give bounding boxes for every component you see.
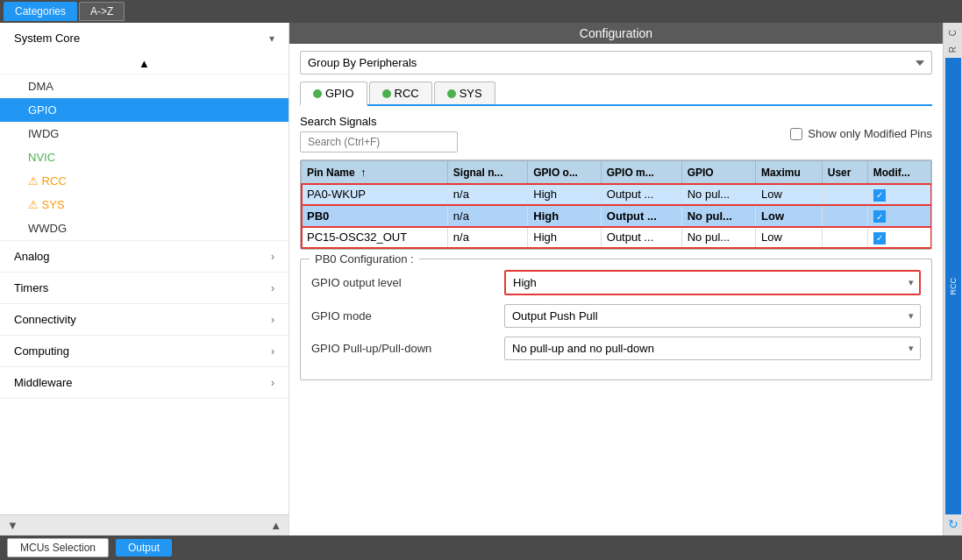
cell-signal: n/a [447,184,527,206]
cell-pin-name: PA0-WKUP [302,184,448,206]
sidebar-item-rcc[interactable]: ⚠ RCC [0,169,289,193]
gpio-mode-select[interactable]: Output Push Pull Output Open Drain [504,304,921,328]
cell-pin-name: PC15-OSC32_OUT [302,227,448,249]
tab-label-rcc: RCC [395,87,419,100]
tab-dot-sys [447,89,456,98]
up-arrow-icon: ▲ [139,57,150,70]
search-label: Search Signals [300,115,458,128]
cell-gpio-o: High [528,205,602,227]
output-button[interactable]: Output [116,539,172,556]
signals-table: Pin Name ↑ Signal n... GPIO o... GPIO m.… [301,160,931,249]
chevron-right-icon-3: › [271,314,274,326]
chevron-right-icon-5: › [271,377,274,389]
sidebar-nav-up-icon[interactable]: ▲ [270,519,281,532]
tab-dot-rcc [382,89,391,98]
sidebar-section-timers: Timers › [0,273,289,304]
gpio-pull-select[interactable]: No pull-up and no pull-down Pull-up Pull… [504,337,921,360]
sidebar-item-wwdg[interactable]: WWDG [0,216,289,240]
right-panel-nav-icon[interactable]: ↻ [948,514,958,534]
sidebar-content: System Core ▾ ▲ DMA GPIO IWDG NVIC ⚠ RCC… [0,23,289,514]
right-sidebar: C R RCC ↻ [943,23,962,535]
col-header-signal: Signal n... [447,161,527,184]
sidebar-section-header-middleware[interactable]: Middleware › [0,367,289,398]
tab-sys[interactable]: SYS [434,82,495,104]
tab-az[interactable]: A->Z [79,2,125,21]
chevron-right-icon-2: › [271,282,274,294]
cell-modif: ✓ [867,227,930,249]
search-section: Search Signals [300,115,458,152]
cell-user [822,227,867,249]
config-tab-row: GPIO RCC SYS [300,82,932,106]
sidebar-section-label-connectivity: Connectivity [14,313,76,326]
config-field-gpio-output-level: GPIO output level High Low ▾ [311,270,921,295]
config-field-gpio-pull: GPIO Pull-up/Pull-down No pull-up and no… [311,337,921,360]
sidebar-item-dma[interactable]: DMA [0,74,289,98]
tab-gpio[interactable]: GPIO [300,82,367,106]
tab-label-sys: SYS [460,87,482,100]
gpio-pull-label: GPIO Pull-up/Pull-down [311,342,504,355]
col-header-gpio-m: GPIO m... [601,161,681,184]
tab-label-gpio: GPIO [325,87,354,100]
sidebar-section-header-timers[interactable]: Timers › [0,273,289,303]
sidebar-section-label-computing: Computing [14,344,69,358]
config-body: Group By Peripherals Group By IP GPIO RC… [289,44,943,535]
modified-checkbox-2: ✓ [873,210,886,223]
sidebar-item-iwdg[interactable]: IWDG [0,122,289,145]
sort-icon: ↑ [360,166,367,179]
config-area: Configuration Group By Peripherals Group… [289,23,943,535]
cell-modif: ✓ [867,184,930,206]
bottom-bar: MCUs Selection Output [0,535,962,560]
sidebar-item-sys[interactable]: ⚠ SYS [0,193,289,216]
gpio-pull-wrapper: No pull-up and no pull-down Pull-up Pull… [504,337,921,360]
sidebar-item-gpio[interactable]: GPIO [0,98,289,122]
sidebar-section-label-middleware: Middleware [14,376,72,389]
cell-maximu: Low [756,227,823,249]
sidebar-section-label-system-core: System Core [14,32,80,45]
cell-gpio-o: High [528,227,602,249]
cell-gpio-m: Output ... [601,184,681,206]
cell-signal: n/a [447,227,527,249]
modified-checkbox-3: ✓ [873,232,886,245]
gpio-mode-label: GPIO mode [311,309,504,323]
col-header-user: User [822,161,867,184]
cell-gpio-o: High [528,184,602,206]
chevron-right-icon-4: › [271,345,274,358]
show-modified-section: Show only Modified Pins [790,127,932,140]
sidebar-item-nvic[interactable]: NVIC [0,145,289,169]
right-panel-rcc-label: RCC [949,278,958,295]
gpio-mode-wrapper: Output Push Pull Output Open Drain ▾ [504,304,921,328]
cell-maximu: Low [756,205,823,227]
sidebar-section-header-computing[interactable]: Computing › [0,336,289,366]
sidebar-section-header-connectivity[interactable]: Connectivity › [0,304,289,335]
gpio-output-level-wrapper: High Low ▾ [504,270,921,295]
table-row[interactable]: PA0-WKUP n/a High Output ... No pul... L… [302,184,931,206]
sidebar-section-label-timers: Timers [14,281,48,294]
gpio-output-level-select[interactable]: High Low [504,270,921,295]
sidebar-section-computing: Computing › [0,336,289,367]
group-by-row: Group By Peripherals Group By IP [300,51,932,74]
table-row[interactable]: PB0 n/a High Output ... No pul... Low ✓ [302,205,931,227]
cell-user [822,184,867,206]
right-panel-c-label[interactable]: C [948,25,958,41]
col-header-pin-name: Pin Name ↑ [302,161,448,184]
sidebar-section-header-system-core[interactable]: System Core ▾ [0,23,289,53]
right-panel-r-label[interactable]: R [948,41,958,58]
sidebar-nav-down-icon[interactable]: ▼ [7,519,18,532]
show-modified-checkbox[interactable] [790,128,802,140]
scroll-up-indicator: ▲ [0,53,289,74]
table-row[interactable]: PC15-OSC32_OUT n/a High Output ... No pu… [302,227,931,249]
pb0-config-title: PB0 Configuration : [310,252,419,266]
chevron-right-icon: › [271,251,274,263]
group-by-select[interactable]: Group By Peripherals Group By IP [300,51,932,74]
gpio-output-level-label: GPIO output level [311,276,504,289]
search-input[interactable] [300,131,458,152]
col-header-modif: Modif... [867,161,930,184]
sidebar-section-header-analog[interactable]: Analog › [0,241,289,272]
sidebar-section-label-analog: Analog [14,250,49,263]
cell-gpio: No pul... [681,184,755,206]
tab-rcc[interactable]: RCC [369,82,432,104]
sidebar: System Core ▾ ▲ DMA GPIO IWDG NVIC ⚠ RCC… [0,23,289,535]
col-header-maximu: Maximu [756,161,823,184]
mcu-selection-button[interactable]: MCUs Selection [7,538,109,557]
tab-categories[interactable]: Categories [4,2,77,21]
